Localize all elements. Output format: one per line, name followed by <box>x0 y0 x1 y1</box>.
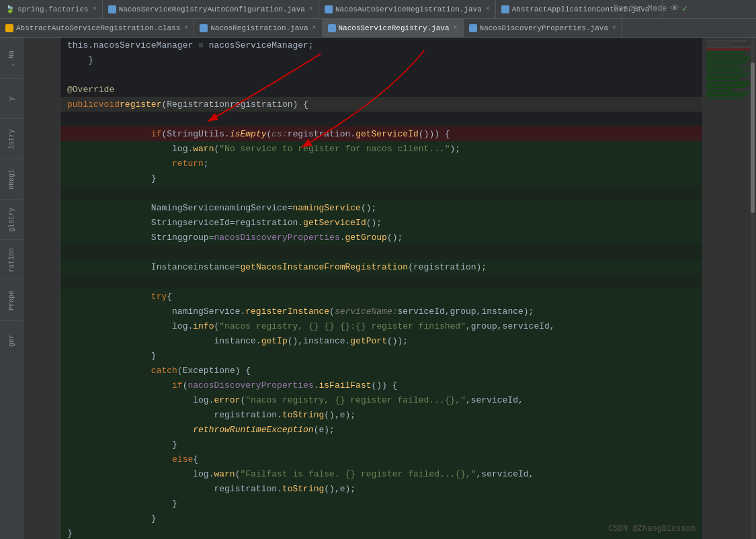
left-panel-labels: , Na y istry eRegi gistry ration Prope g… <box>0 38 24 539</box>
code-line-64: 64 return; <box>60 156 702 171</box>
java-file-icon <box>328 24 336 32</box>
tab-close-icon[interactable]: × <box>309 5 313 13</box>
line-code-61 <box>60 112 67 126</box>
code-line-71: 71 Instance instance = getNacosInstanceF… <box>60 259 702 274</box>
code-line-69: 69 String group = nacosDiscoveryProperti… <box>60 230 702 245</box>
java-file-icon <box>469 24 477 32</box>
code-line-65: 65 } <box>60 171 702 185</box>
code-line-89: 89 } <box>60 526 702 539</box>
left-label-eregi: eRegi <box>0 159 23 199</box>
left-label-na: , Na <box>0 38 23 78</box>
line-code-89: } <box>60 526 73 539</box>
tab-close-icon[interactable]: × <box>454 24 458 32</box>
tab-nacos-service-registry[interactable]: NacosServiceRegistry.java × <box>323 19 464 38</box>
java-file-icon <box>200 24 208 32</box>
line-code-58 <box>60 67 67 82</box>
tab-label: NacosDiscoveryProperties.java <box>480 24 608 32</box>
tab-nacos-registration[interactable]: NacosRegistration.java × <box>194 19 322 38</box>
java-file-icon <box>108 5 116 13</box>
code-line-68: 68 String serviceId = registration.getSe… <box>60 215 702 230</box>
left-label-ration: ration <box>0 239 23 280</box>
left-label-ger: ger <box>0 320 23 360</box>
tab-close-icon[interactable]: × <box>93 5 97 13</box>
line-number-gutter <box>24 38 60 539</box>
tab-label: NacosServiceRegistry.java <box>339 24 450 32</box>
line-gutter-icons-62 <box>60 130 61 137</box>
editor-area: , Na y istry eRegi gistry ration Prope g… <box>0 38 756 539</box>
tab-bar-second: AbstractAutoServiceRegistration.class × … <box>0 19 756 38</box>
left-label-gistry: gistry <box>0 199 23 239</box>
tab-nacos-auto-reg[interactable]: NacosAutoServiceRegistration.java × <box>319 0 496 19</box>
tab-spring-factories[interactable]: 🍃 spring.factories × <box>0 0 103 19</box>
code-line-58: 58 <box>60 67 702 82</box>
line-code-57: } <box>60 52 93 67</box>
tab-label: NacosServiceRegistryAutoConfiguration.ja… <box>119 5 305 13</box>
code-editor[interactable]: 56 this.nacosServiceManager = nacosServi… <box>24 38 702 539</box>
left-label-y: y <box>0 78 23 118</box>
code-line-56: 56 this.nacosServiceManager = nacosServi… <box>60 38 702 52</box>
code-line-57: 57 } <box>60 52 702 67</box>
line-code-60: public void register(Registration regist… <box>60 97 308 112</box>
tab-label: NacosRegistration.java <box>210 24 308 32</box>
line-code-59: @Override <box>60 82 114 97</box>
spring-leaf-icon: 🍃 <box>5 5 15 13</box>
java-file-icon <box>325 5 333 13</box>
code-line-87: 87 } <box>60 496 702 511</box>
ide-window: 🍃 spring.factories × NacosServiceRegistr… <box>0 0 756 539</box>
line-code-71: Instance instance = getNacosInstanceFrom… <box>60 259 487 274</box>
line-code-56: this.nacosServiceManager = nacosServiceM… <box>60 38 314 52</box>
code-line-76: 76 instance.getIp(), instance.getPort())… <box>60 333 702 348</box>
left-label-prope: Prope <box>0 280 23 320</box>
watermark: CSDN @ZhangBlossom <box>608 524 696 534</box>
line-gutter-icons-60: ⚠ <box>60 100 61 109</box>
tab-close-icon[interactable]: × <box>486 5 490 13</box>
line-code-88: } <box>60 511 157 526</box>
code-line-66: 66 <box>60 185 702 200</box>
tab-label: NacosAutoServiceRegistration.java <box>335 5 482 13</box>
tab-label: AbstractAutoServiceRegistration.class <box>16 24 180 32</box>
tab-nacos-registry-auto[interactable]: NacosServiceRegistryAutoConfiguration.ja… <box>103 0 319 19</box>
code-line-77: 77 } <box>60 348 702 363</box>
tab-close-icon[interactable]: × <box>612 24 616 32</box>
tab-abstract-auto-class[interactable]: AbstractAutoServiceRegistration.class × <box>0 19 194 38</box>
left-label-istry: istry <box>0 118 23 159</box>
code-line-59: 59 @Override <box>60 82 702 97</box>
class-file-icon <box>5 24 13 32</box>
line-code-70 <box>60 245 67 259</box>
java-file-icon <box>501 5 509 13</box>
code-line-61: 61 <box>60 112 702 126</box>
scrollbar-thumb[interactable] <box>751 63 755 213</box>
line-code-72 <box>60 274 67 289</box>
code-line-60: 60 ⚠ public void register(Registration r… <box>60 97 702 112</box>
code-line-88: 88 } <box>60 511 702 526</box>
line-code-65: } <box>60 171 157 185</box>
code-content: 56 this.nacosServiceManager = nacosServi… <box>60 38 702 539</box>
tab-close-icon[interactable]: × <box>184 24 188 32</box>
tab-close-icon[interactable]: × <box>312 24 317 32</box>
line-code-66 <box>60 185 67 200</box>
code-line-72: 72 <box>60 274 702 289</box>
minimap[interactable] <box>702 38 756 539</box>
tab-nacos-discovery-props[interactable]: NacosDiscoveryProperties.java × <box>464 19 622 38</box>
line-code-69: String group = nacosDiscoveryProperties.… <box>60 230 403 245</box>
code-line-70: 70 <box>60 245 702 259</box>
code-line-67: 67 NamingService namingService = namingS… <box>60 200 702 215</box>
tab-label: spring.factories <box>17 5 89 13</box>
